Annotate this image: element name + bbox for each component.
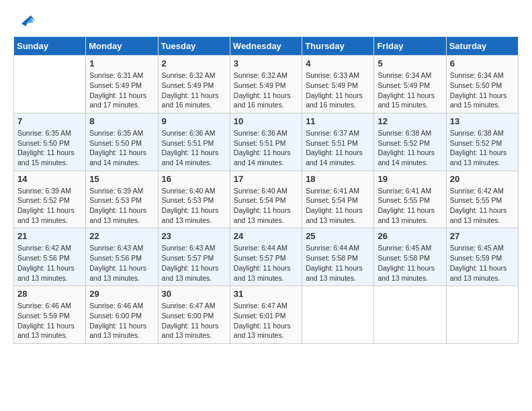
day-info: Sunrise: 6:42 AM Sunset: 5:55 PM Dayligh… — [450, 186, 515, 226]
calendar-cell: 10 Sunrise: 6:36 AM Sunset: 5:51 PM Dayl… — [230, 113, 302, 171]
day-number: 19 — [378, 174, 442, 184]
daylight-label: Daylight: 11 hours and 13 minutes. — [378, 264, 435, 282]
sunset-label: Sunset: 5:51 PM — [162, 139, 214, 147]
calendar-cell: 14 Sunrise: 6:39 AM Sunset: 5:52 PM Dayl… — [14, 171, 86, 228]
daylight-label: Daylight: 11 hours and 13 minutes. — [450, 264, 507, 282]
calendar-cell: 17 Sunrise: 6:40 AM Sunset: 5:54 PM Dayl… — [230, 171, 302, 228]
calendar-cell: 19 Sunrise: 6:41 AM Sunset: 5:55 PM Dayl… — [374, 171, 446, 228]
calendar-week-row: 28 Sunrise: 6:46 AM Sunset: 5:59 PM Dayl… — [14, 286, 519, 344]
day-number: 10 — [234, 116, 298, 126]
day-number: 11 — [306, 116, 370, 126]
calendar-cell: 15 Sunrise: 6:39 AM Sunset: 5:53 PM Dayl… — [86, 171, 158, 228]
calendar-cell — [446, 286, 518, 344]
daylight-label: Daylight: 11 hours and 13 minutes. — [89, 206, 146, 224]
day-number: 28 — [17, 289, 82, 299]
sunset-label: Sunset: 5:50 PM — [450, 81, 502, 89]
sunrise-label: Sunrise: 6:47 AM — [234, 302, 287, 310]
sunrise-label: Sunrise: 6:32 AM — [234, 71, 287, 79]
sunset-label: Sunset: 6:00 PM — [89, 312, 142, 320]
calendar-week-row: 21 Sunrise: 6:42 AM Sunset: 5:56 PM Dayl… — [14, 228, 519, 286]
sunrise-label: Sunrise: 6:45 AM — [378, 244, 431, 252]
calendar-header-wednesday: Wednesday — [230, 37, 302, 56]
day-number: 8 — [89, 116, 154, 126]
calendar-week-row: 7 Sunrise: 6:35 AM Sunset: 5:50 PM Dayli… — [14, 113, 519, 171]
logo-icon — [16, 9, 36, 29]
sunrise-label: Sunrise: 6:40 AM — [162, 187, 216, 195]
calendar-cell: 25 Sunrise: 6:44 AM Sunset: 5:58 PM Dayl… — [302, 228, 374, 286]
calendar-cell: 6 Sunrise: 6:34 AM Sunset: 5:50 PM Dayli… — [446, 56, 518, 113]
day-info: Sunrise: 6:37 AM Sunset: 5:51 PM Dayligh… — [306, 128, 370, 168]
sunset-label: Sunset: 5:57 PM — [234, 254, 286, 262]
sunset-label: Sunset: 5:49 PM — [306, 81, 358, 89]
day-info: Sunrise: 6:32 AM Sunset: 5:49 PM Dayligh… — [162, 71, 226, 110]
sunrise-label: Sunrise: 6:44 AM — [306, 244, 359, 252]
sunset-label: Sunset: 5:53 PM — [89, 196, 142, 204]
calendar-cell: 3 Sunrise: 6:32 AM Sunset: 5:49 PM Dayli… — [230, 56, 302, 113]
calendar-header-sunday: Sunday — [14, 37, 86, 56]
sunrise-label: Sunrise: 6:42 AM — [17, 244, 71, 252]
sunset-label: Sunset: 5:51 PM — [234, 139, 286, 147]
day-info: Sunrise: 6:41 AM Sunset: 5:55 PM Dayligh… — [378, 186, 442, 226]
sunrise-label: Sunrise: 6:44 AM — [234, 244, 287, 252]
sunrise-label: Sunrise: 6:46 AM — [89, 302, 143, 310]
day-number: 4 — [306, 58, 370, 68]
day-number: 7 — [17, 116, 82, 126]
day-info: Sunrise: 6:44 AM Sunset: 5:57 PM Dayligh… — [234, 243, 298, 283]
calendar-cell — [374, 286, 446, 344]
sunrise-label: Sunrise: 6:46 AM — [17, 302, 71, 310]
calendar-header-saturday: Saturday — [446, 37, 518, 56]
sunset-label: Sunset: 5:57 PM — [162, 254, 214, 262]
daylight-label: Daylight: 11 hours and 14 minutes. — [162, 148, 219, 167]
sunrise-label: Sunrise: 6:42 AM — [450, 187, 504, 195]
sunset-label: Sunset: 5:55 PM — [450, 196, 502, 204]
daylight-label: Daylight: 11 hours and 14 minutes. — [89, 148, 146, 167]
day-info: Sunrise: 6:33 AM Sunset: 5:49 PM Dayligh… — [306, 71, 370, 110]
daylight-label: Daylight: 11 hours and 16 minutes. — [162, 91, 219, 109]
sunrise-label: Sunrise: 6:39 AM — [89, 187, 143, 195]
day-number: 2 — [162, 58, 226, 68]
sunrise-label: Sunrise: 6:38 AM — [450, 129, 504, 137]
sunrise-label: Sunrise: 6:37 AM — [306, 129, 359, 137]
daylight-label: Daylight: 11 hours and 13 minutes. — [89, 322, 146, 340]
sunset-label: Sunset: 5:55 PM — [378, 196, 430, 204]
day-info: Sunrise: 6:35 AM Sunset: 5:50 PM Dayligh… — [17, 128, 82, 168]
daylight-label: Daylight: 11 hours and 13 minutes. — [306, 206, 363, 224]
sunrise-label: Sunrise: 6:32 AM — [162, 71, 216, 79]
sunset-label: Sunset: 5:49 PM — [234, 81, 286, 89]
sunset-label: Sunset: 5:52 PM — [450, 139, 502, 147]
calendar-header-tuesday: Tuesday — [158, 37, 230, 56]
day-info: Sunrise: 6:34 AM Sunset: 5:50 PM Dayligh… — [450, 71, 515, 110]
sunset-label: Sunset: 5:59 PM — [450, 254, 502, 262]
day-number: 14 — [17, 174, 82, 184]
daylight-label: Daylight: 11 hours and 13 minutes. — [162, 264, 219, 282]
sunrise-label: Sunrise: 6:35 AM — [17, 129, 71, 137]
calendar-cell: 21 Sunrise: 6:42 AM Sunset: 5:56 PM Dayl… — [14, 228, 86, 286]
calendar-cell: 8 Sunrise: 6:35 AM Sunset: 5:50 PM Dayli… — [86, 113, 158, 171]
calendar-header-thursday: Thursday — [302, 37, 374, 56]
day-number: 13 — [450, 116, 515, 126]
sunrise-label: Sunrise: 6:31 AM — [89, 71, 143, 79]
calendar-week-row: 1 Sunrise: 6:31 AM Sunset: 5:49 PM Dayli… — [14, 56, 519, 113]
logo — [13, 13, 36, 30]
sunrise-label: Sunrise: 6:38 AM — [378, 129, 431, 137]
sunrise-label: Sunrise: 6:41 AM — [378, 187, 431, 195]
day-info: Sunrise: 6:40 AM Sunset: 5:53 PM Dayligh… — [162, 186, 226, 226]
daylight-label: Daylight: 11 hours and 13 minutes. — [234, 322, 291, 340]
sunrise-label: Sunrise: 6:45 AM — [450, 244, 504, 252]
calendar-cell: 4 Sunrise: 6:33 AM Sunset: 5:49 PM Dayli… — [302, 56, 374, 113]
calendar-table: SundayMondayTuesdayWednesdayThursdayFrid… — [13, 36, 519, 344]
sunrise-label: Sunrise: 6:33 AM — [306, 71, 359, 79]
sunset-label: Sunset: 5:54 PM — [234, 196, 286, 204]
sunset-label: Sunset: 5:49 PM — [378, 81, 430, 89]
day-info: Sunrise: 6:39 AM Sunset: 5:52 PM Dayligh… — [17, 186, 82, 226]
sunset-label: Sunset: 5:51 PM — [306, 139, 358, 147]
day-number: 22 — [89, 231, 154, 241]
calendar-cell: 7 Sunrise: 6:35 AM Sunset: 5:50 PM Dayli… — [14, 113, 86, 171]
sunset-label: Sunset: 5:56 PM — [89, 254, 142, 262]
daylight-label: Daylight: 11 hours and 13 minutes. — [234, 206, 291, 224]
calendar-cell: 9 Sunrise: 6:36 AM Sunset: 5:51 PM Dayli… — [158, 113, 230, 171]
calendar-cell: 30 Sunrise: 6:47 AM Sunset: 6:00 PM Dayl… — [158, 286, 230, 344]
sunrise-label: Sunrise: 6:39 AM — [17, 187, 71, 195]
day-info: Sunrise: 6:31 AM Sunset: 5:49 PM Dayligh… — [89, 71, 154, 110]
daylight-label: Daylight: 11 hours and 13 minutes. — [17, 264, 75, 282]
